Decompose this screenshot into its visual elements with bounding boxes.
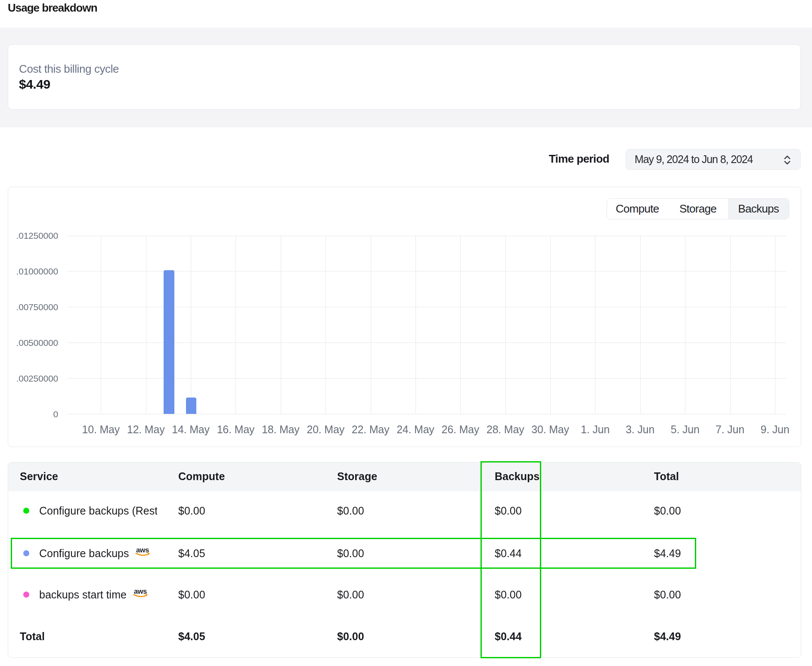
svg-text:aws: aws — [134, 588, 147, 595]
